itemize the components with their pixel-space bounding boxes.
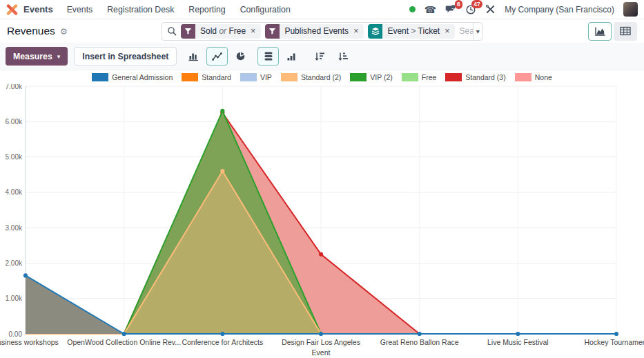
legend-label: Standard (2) (301, 73, 341, 81)
legend-item[interactable]: General Admission (92, 73, 173, 81)
y-axis-tick: 0.00 (9, 330, 23, 338)
data-point[interactable] (516, 332, 520, 336)
menu-registration-desk[interactable]: Registration Desk (107, 5, 174, 14)
events-app-icon (6, 4, 18, 15)
developer-tools-icon[interactable] (485, 4, 496, 14)
y-axis-tick: 2.00k (6, 259, 23, 267)
search-dropdown-toggle[interactable]: ▾ (473, 23, 482, 40)
legend-color-box (350, 73, 367, 81)
cumulative-toggle-button[interactable] (281, 47, 302, 66)
app-menu-toggle[interactable]: Events (6, 4, 53, 15)
view-switcher (588, 22, 637, 41)
facet-label: Published Events (280, 26, 351, 36)
line-chart-icon (212, 52, 223, 61)
facet-published-events[interactable]: Published Events × (265, 24, 364, 39)
legend-color-box (240, 73, 257, 81)
search-input[interactable] (459, 26, 473, 36)
systray: ☎ 6 47 My Company (San Francisco) (409, 2, 638, 17)
data-point[interactable] (614, 332, 618, 336)
chevron-down-icon: ▾ (57, 53, 61, 60)
top-navbar: Events Events Registration Desk Reportin… (0, 0, 644, 19)
x-axis-tick: Hockey Tournament (584, 338, 644, 346)
legend-item[interactable]: Standard (182, 73, 231, 81)
y-axis-tick: 1.00k (6, 295, 23, 302)
x-axis-tick: Live Music Festival (487, 338, 549, 346)
legend-label: None (535, 73, 552, 81)
y-axis-tick: 5.00k (6, 153, 23, 161)
legend-color-box (281, 73, 297, 81)
bar-chart-button[interactable] (183, 47, 204, 66)
y-axis-tick: 4.00k (6, 188, 23, 196)
filter-icon (265, 24, 280, 39)
action-gear-icon[interactable]: ⚙ (60, 26, 68, 37)
sort-descending-button[interactable] (309, 47, 330, 66)
revenue-chart[interactable]: 7.00k6.00k5.00k4.00k3.00k2.00k1.00k0.00B… (0, 84, 644, 358)
legend-label: General Admission (112, 73, 173, 81)
data-point[interactable] (220, 169, 224, 173)
legend-item[interactable]: None (515, 73, 552, 81)
facet-groupby-event-ticket[interactable]: Event > Ticket × (368, 24, 455, 39)
facet-remove-icon[interactable]: × (351, 26, 364, 36)
activities-menu[interactable]: 47 (465, 4, 476, 15)
legend-item[interactable]: Free (402, 73, 437, 81)
legend-label: Free (422, 73, 437, 81)
app-name: Events (23, 4, 53, 14)
chevron-down-icon: ▾ (476, 28, 480, 35)
stacked-toggle-button[interactable] (257, 47, 279, 66)
legend-color-box (402, 73, 418, 81)
legend-label: VIP (2) (370, 73, 392, 81)
data-point[interactable] (122, 332, 126, 336)
x-axis-tick: Business workshops (0, 338, 59, 346)
graph-view-button[interactable] (588, 22, 612, 41)
online-status-icon (409, 6, 416, 12)
data-point[interactable] (220, 332, 224, 336)
breadcrumb: Revenues ⚙ (7, 25, 162, 37)
control-panel: Revenues ⚙ Sold or Free × (0, 19, 644, 43)
legend-item[interactable]: VIP (2) (350, 73, 392, 81)
messages-menu[interactable]: 6 (445, 4, 456, 14)
avatar[interactable] (623, 2, 638, 17)
search-icon (167, 26, 177, 36)
legend-item[interactable]: Standard (2) (281, 73, 341, 81)
legend-color-box (445, 73, 462, 81)
legend-color-box (515, 73, 531, 81)
facet-sold-or-free[interactable]: Sold or Free × (181, 24, 261, 39)
layers-icon (368, 24, 382, 39)
line-chart-button[interactable] (206, 47, 228, 66)
data-point[interactable] (220, 109, 224, 113)
pie-chart-icon (235, 51, 246, 61)
measures-button[interactable]: Measures ▾ (6, 47, 68, 66)
stacked-icon (264, 51, 273, 61)
data-point[interactable] (418, 332, 422, 336)
pivot-view-button[interactable] (614, 22, 637, 41)
ascending-bars-icon (286, 52, 297, 61)
data-point[interactable] (319, 252, 323, 257)
area-chart-icon (594, 26, 606, 37)
search-bar[interactable]: Sold or Free × Published Events × (162, 22, 482, 41)
facet-remove-icon[interactable]: × (248, 26, 261, 36)
data-point[interactable] (23, 273, 28, 277)
legend-item[interactable]: VIP (240, 73, 272, 81)
legend-item[interactable]: Standard (3) (445, 73, 505, 81)
x-axis-tick: Great Reno Ballon Race (380, 338, 459, 346)
y-axis-tick: 7.00k (6, 84, 23, 90)
pie-chart-button[interactable] (230, 47, 251, 66)
sort-descending-icon (314, 52, 325, 61)
chart-legend: General AdmissionStandardVIPStandard (2)… (0, 70, 644, 84)
legend-label: Standard (202, 73, 231, 81)
graph-toolbar: Measures ▾ Insert in Spreadsheet (0, 43, 644, 70)
sort-ascending-button[interactable] (332, 47, 353, 66)
insert-in-spreadsheet-button[interactable]: Insert in Spreadsheet (74, 47, 177, 66)
phone-icon[interactable]: ☎ (425, 5, 436, 14)
menu-events[interactable]: Events (67, 5, 93, 14)
activities-badge: 47 (471, 0, 482, 8)
page-title: Revenues (7, 25, 55, 37)
menu-configuration[interactable]: Configuration (240, 5, 291, 14)
user-menu[interactable]: My Company (San Francisco) (505, 5, 614, 14)
y-axis-tick: 3.00k (6, 224, 23, 232)
legend-label: VIP (260, 73, 272, 81)
facet-remove-icon[interactable]: × (442, 26, 455, 36)
data-point[interactable] (319, 332, 323, 336)
sort-ascending-icon (338, 52, 349, 61)
menu-reporting[interactable]: Reporting (188, 5, 225, 14)
